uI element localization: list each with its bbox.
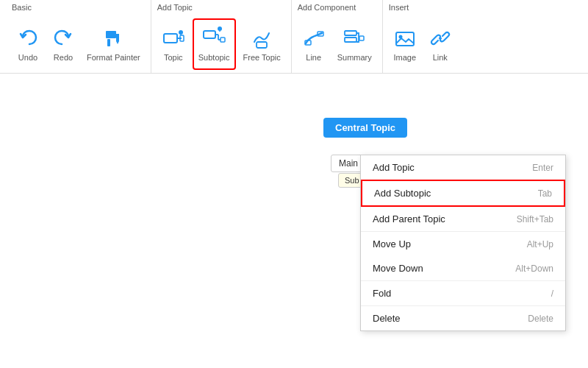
menu-delete-label: Delete: [373, 313, 401, 324]
redo-icon: [51, 26, 75, 50]
link-button[interactable]: Link: [424, 18, 456, 70]
undo-label: Undo: [18, 53, 37, 62]
group-add-topic-label: Add Topic: [157, 3, 193, 12]
line-label: Line: [306, 53, 321, 62]
undo-button[interactable]: Undo: [12, 18, 44, 70]
link-label: Link: [433, 53, 448, 62]
svg-rect-11: [220, 38, 225, 42]
group-insert: Insert Image: [383, 0, 462, 73]
group-add-topic: Add Topic Topic: [151, 0, 292, 73]
menu-add-parent-topic[interactable]: Add Parent Topic Shift+Tab: [361, 207, 565, 231]
menu-add-subtopic[interactable]: Add Subtopic Tab: [361, 180, 565, 207]
group-add-component-label: Add Component: [298, 3, 356, 12]
menu-move-down-label: Move Down: [373, 263, 423, 274]
menu-add-parent-topic-shortcut: Shift+Tab: [517, 214, 553, 224]
redo-button[interactable]: Redo: [47, 18, 79, 70]
menu-add-topic[interactable]: Add Topic Enter: [361, 155, 565, 180]
svg-rect-17: [345, 31, 356, 35]
menu-add-subtopic-label: Add Subtopic: [374, 188, 431, 199]
free-topic-icon: [250, 26, 273, 50]
toolbar: Basic Undo R: [0, 0, 588, 74]
group-insert-items: Image Link: [389, 15, 456, 73]
group-add-component-items: Line Summary: [298, 15, 376, 73]
menu-delete-shortcut: Delete: [528, 314, 553, 324]
image-button[interactable]: Image: [389, 18, 421, 70]
group-add-component: Add Component Line: [292, 0, 383, 73]
svg-rect-7: [204, 31, 215, 38]
topic-label: Topic: [164, 53, 183, 62]
menu-add-subtopic-shortcut: Tab: [538, 188, 552, 199]
undo-icon: [16, 26, 40, 50]
subtopic-label: Subtopic: [198, 53, 230, 62]
image-icon: [393, 26, 417, 50]
group-basic-items: Undo Redo: [12, 15, 145, 73]
menu-move-up-shortcut: Alt+Up: [527, 239, 553, 250]
group-basic: Basic Undo R: [6, 0, 151, 73]
svg-rect-4: [180, 35, 184, 41]
format-painter-icon: [101, 26, 125, 50]
menu-add-parent-topic-label: Add Parent Topic: [373, 213, 445, 224]
svg-rect-14: [257, 42, 267, 48]
link-icon: [429, 26, 452, 50]
svg-rect-0: [106, 31, 116, 38]
central-topic-node[interactable]: Central Topic: [323, 118, 407, 138]
summary-label: Summary: [337, 53, 372, 62]
menu-add-topic-label: Add Topic: [373, 162, 415, 173]
context-menu: Add Topic Enter Add Subtopic Tab Add Par…: [360, 155, 566, 331]
svg-rect-18: [345, 38, 356, 42]
svg-rect-2: [164, 34, 177, 43]
svg-point-5: [179, 30, 183, 35]
group-basic-label: Basic: [12, 3, 32, 12]
menu-move-up-label: Move Up: [373, 238, 411, 250]
svg-rect-1: [107, 39, 110, 46]
topic-icon: [162, 26, 185, 50]
menu-delete[interactable]: Delete Delete: [361, 306, 565, 330]
free-topic-label: Free Topic: [243, 53, 281, 62]
svg-rect-19: [359, 36, 364, 40]
summary-icon: [343, 26, 366, 50]
menu-add-topic-shortcut: Enter: [532, 163, 553, 173]
menu-fold-shortcut: /: [551, 289, 553, 299]
image-label: Image: [393, 53, 416, 62]
menu-move-down[interactable]: Move Down Alt+Down: [361, 256, 565, 280]
canvas-area: Central Topic Main Sub Add Topic Enter A…: [0, 74, 588, 368]
group-add-topic-items: Topic Subtopic: [157, 15, 285, 73]
redo-label: Redo: [54, 53, 73, 62]
group-insert-label: Insert: [389, 3, 409, 12]
svg-rect-20: [396, 32, 414, 46]
menu-fold[interactable]: Fold /: [361, 281, 565, 305]
format-painter-label: Format Painter: [87, 53, 140, 62]
menu-move-up[interactable]: Move Up Alt+Up: [361, 232, 565, 256]
topic-button[interactable]: Topic: [157, 18, 190, 70]
free-topic-button[interactable]: Free Topic: [239, 18, 285, 70]
format-painter-button[interactable]: Format Painter: [82, 18, 145, 70]
svg-point-12: [218, 26, 222, 31]
subtopic-button[interactable]: Subtopic: [193, 18, 236, 70]
menu-move-down-shortcut: Alt+Down: [515, 263, 553, 274]
line-icon: [302, 26, 326, 50]
line-button[interactable]: Line: [298, 18, 330, 70]
summary-button[interactable]: Summary: [333, 18, 376, 70]
subtopic-icon: [202, 26, 226, 50]
menu-fold-label: Fold: [373, 288, 391, 299]
